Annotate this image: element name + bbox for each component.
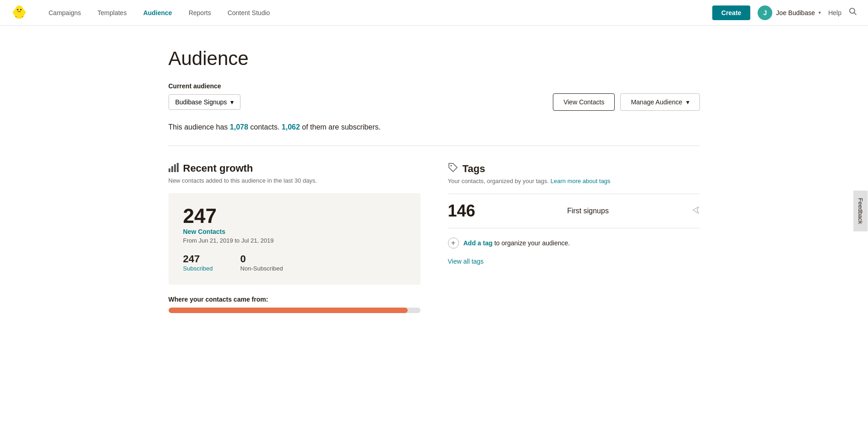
svg-point-3 xyxy=(20,9,22,11)
two-col-layout: Recent growth New contacts added to this… xyxy=(169,162,700,313)
add-tag-suffix: to organize your audience. xyxy=(492,239,570,247)
dropdown-chevron-icon: ▾ xyxy=(230,98,234,106)
current-audience-label: Current audience xyxy=(169,82,241,90)
avatar: J xyxy=(758,5,772,20)
svg-rect-6 xyxy=(16,16,22,18)
contacts-count: 1,078 xyxy=(230,123,248,131)
manage-audience-button[interactable]: Manage Audience ▾ xyxy=(620,93,699,111)
tags-icon xyxy=(448,162,458,175)
subscribers-suffix: of them are subscribers. xyxy=(300,123,381,131)
tag-row: 146 First signups xyxy=(448,194,700,228)
non-subscribed-stat: 0 Non-Subscribed xyxy=(240,253,283,272)
growth-subtitle: New contacts added to this audience in t… xyxy=(169,177,420,184)
help-link[interactable]: Help xyxy=(828,9,841,16)
top-navigation: Campaigns Templates Audience Reports Con… xyxy=(0,0,868,26)
view-contacts-button[interactable]: View Contacts xyxy=(553,93,615,111)
tag-name: First signups xyxy=(567,207,609,215)
add-tag-text: Add a tag to organize your audience. xyxy=(464,239,570,247)
non-subscribed-count: 0 xyxy=(240,253,283,265)
user-area[interactable]: J Joe Budibase ▾ xyxy=(758,5,821,20)
nav-content-studio[interactable]: Content Studio xyxy=(221,5,277,20)
add-tag-link[interactable]: Add a tag xyxy=(464,239,493,247)
tag-count: 146 xyxy=(448,201,475,221)
audience-row: Current audience Budibase Signups ▾ View… xyxy=(169,82,700,111)
nav-reports[interactable]: Reports xyxy=(182,5,218,20)
tag-arrow-icon[interactable] xyxy=(692,206,700,216)
tags-list: 146 First signups xyxy=(448,194,700,228)
tags-section-header: Tags xyxy=(448,162,700,175)
add-tag-row: + Add a tag to organize your audience. xyxy=(448,228,700,258)
contacts-source-progress xyxy=(169,308,420,313)
add-tag-button[interactable]: + xyxy=(448,238,459,249)
audience-left: Current audience Budibase Signups ▾ xyxy=(169,82,241,110)
chevron-down-icon: ▾ xyxy=(819,10,821,15)
topnav-right: Create J Joe Budibase ▾ Help xyxy=(712,5,857,20)
growth-title: Recent growth xyxy=(183,162,253,174)
growth-chart-icon xyxy=(169,163,179,174)
growth-stats: 247 Subscribed 0 Non-Subscribed xyxy=(183,253,406,272)
svg-point-4 xyxy=(13,11,16,14)
growth-section-header: Recent growth xyxy=(169,162,420,174)
date-range: From Jun 21, 2019 to Jul 21, 2019 xyxy=(183,237,406,244)
contacts-source-bar xyxy=(169,308,408,313)
user-name: Joe Budibase xyxy=(776,9,815,16)
non-subscribed-label: Non-Subscribed xyxy=(240,265,283,272)
nav-links: Campaigns Templates Audience Reports Con… xyxy=(42,5,712,20)
logo[interactable] xyxy=(11,4,27,22)
new-contacts-link[interactable]: New Contacts xyxy=(183,228,406,235)
audience-dropdown-value: Budibase Signups xyxy=(175,98,227,106)
search-icon xyxy=(849,7,857,16)
svg-point-2 xyxy=(17,9,18,11)
svg-rect-12 xyxy=(177,163,179,172)
feedback-tab[interactable]: Feedback xyxy=(853,190,868,231)
svg-rect-10 xyxy=(171,166,173,172)
main-content: Audience Current audience Budibase Signu… xyxy=(114,26,755,331)
tags-section: Tags Your contacts, organized by your ta… xyxy=(448,162,700,313)
svg-point-13 xyxy=(450,165,452,167)
nav-templates[interactable]: Templates xyxy=(91,5,133,20)
feedback-label: Feedback xyxy=(857,198,864,224)
contacts-summary: This audience has 1,078 contacts. 1,062 … xyxy=(169,122,700,133)
learn-more-tags-link[interactable]: Learn more about tags xyxy=(551,178,611,184)
search-button[interactable] xyxy=(849,7,857,18)
audience-dropdown[interactable]: Budibase Signups ▾ xyxy=(169,94,241,110)
growth-card: 247 New Contacts From Jun 21, 2019 to Ju… xyxy=(169,193,420,285)
svg-line-8 xyxy=(854,13,857,15)
manage-audience-label: Manage Audience xyxy=(631,98,682,106)
contacts-suffix: contacts. xyxy=(248,123,282,131)
tags-subtitle-text: Your contacts, organized by your tags. xyxy=(448,178,549,184)
tags-title: Tags xyxy=(463,163,486,175)
growth-section: Recent growth New contacts added to this… xyxy=(169,162,420,313)
subscribed-label: Subscribed xyxy=(183,265,213,272)
growth-count: 247 xyxy=(183,206,406,226)
divider xyxy=(169,146,700,146)
view-all-tags-link[interactable]: View all tags xyxy=(448,258,484,265)
page-title: Audience xyxy=(169,48,700,70)
subscribers-count: 1,062 xyxy=(282,123,300,131)
svg-rect-11 xyxy=(174,164,176,172)
plus-icon: + xyxy=(451,239,455,247)
svg-point-5 xyxy=(23,11,26,14)
audience-actions: View Contacts Manage Audience ▾ xyxy=(553,93,699,111)
nav-audience[interactable]: Audience xyxy=(137,5,179,20)
subscribed-count: 247 xyxy=(183,253,213,265)
subscribed-stat: 247 Subscribed xyxy=(183,253,213,272)
svg-rect-9 xyxy=(169,168,170,172)
where-contacts-label: Where your contacts came from: xyxy=(169,296,420,303)
svg-point-1 xyxy=(15,5,23,15)
nav-campaigns[interactable]: Campaigns xyxy=(42,5,87,20)
logo-icon xyxy=(11,4,27,20)
contacts-prefix: This audience has xyxy=(169,123,230,131)
create-button[interactable]: Create xyxy=(712,5,751,20)
manage-audience-chevron-icon: ▾ xyxy=(686,98,689,106)
tags-subtitle: Your contacts, organized by your tags. L… xyxy=(448,178,700,184)
